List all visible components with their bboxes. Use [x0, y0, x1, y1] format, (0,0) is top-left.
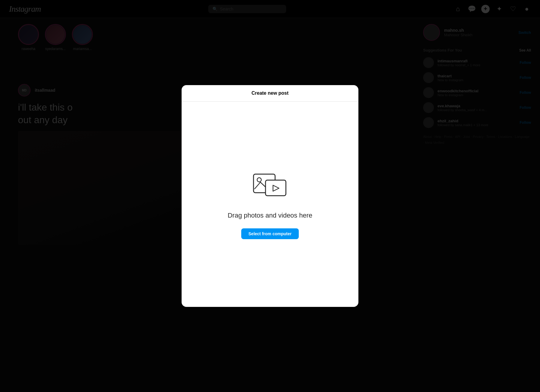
modal-body: Drag photos and videos here Select from … — [182, 102, 358, 307]
select-from-computer-button[interactable]: Select from computer — [241, 228, 299, 239]
svg-point-1 — [257, 178, 261, 182]
create-post-modal: Create new post Drag photos and videos h… — [182, 85, 358, 307]
modal-header: Create new post — [182, 85, 358, 102]
modal-title: Create new post — [251, 91, 289, 96]
drag-drop-text: Drag photos and videos here — [228, 212, 313, 219]
media-icon-area — [252, 170, 288, 200]
media-upload-icon — [252, 170, 288, 200]
